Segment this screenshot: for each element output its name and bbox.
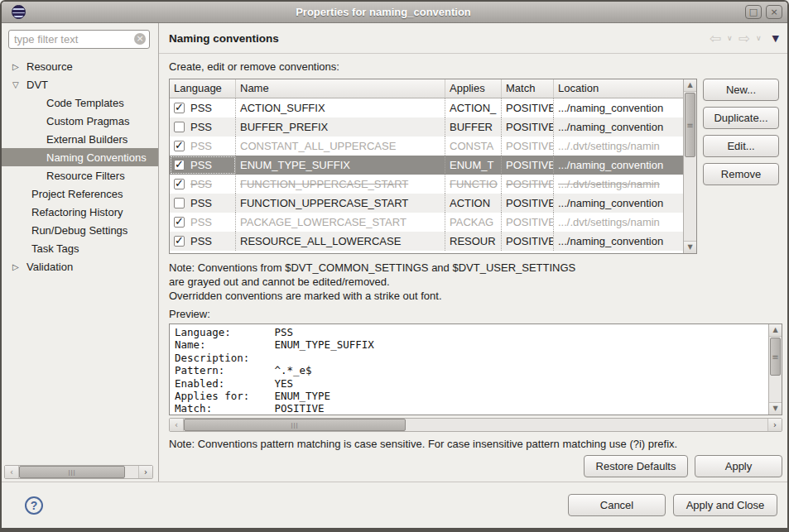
scrollbar-thumb[interactable]: ≡ xyxy=(685,93,695,157)
column-header-applies[interactable]: Applies xyxy=(445,79,502,98)
table-row[interactable]: PSS RESOURCE_ALL_LOWERCASE RESOUR POSITI… xyxy=(170,232,683,251)
tree-item-label: DVT xyxy=(26,79,48,91)
preview-vertical-scrollbar[interactable]: ▲ ≡ ▼ xyxy=(768,324,782,415)
scrollbar-thumb[interactable]: ||| xyxy=(184,419,406,431)
scroll-up-icon[interactable]: ▲ xyxy=(684,79,696,92)
column-header-location[interactable]: Location xyxy=(554,79,683,98)
name-cell: RESOURCE_ALL_LOWERCASE xyxy=(236,232,445,251)
filter-input[interactable] xyxy=(8,30,150,49)
preview-label: Preview: xyxy=(169,308,779,320)
column-header-name[interactable]: Name xyxy=(236,79,445,98)
sidebar-horizontal-scrollbar[interactable]: ‹ ||| › xyxy=(4,465,153,479)
sidebar-tree-item[interactable]: Custom Pragmas xyxy=(2,112,158,130)
match-cell: POSITIVE xyxy=(502,117,554,137)
titlebar[interactable]: Properties for naming_convention □ × xyxy=(2,2,787,23)
tree-expander-icon[interactable]: ▽ xyxy=(12,80,26,89)
filter-box: × xyxy=(8,30,150,49)
table-row[interactable]: PSS FUNCTION_UPPERCASE_START ACTION POSI… xyxy=(170,194,683,213)
preferences-sidebar: × ▷ Resource ▽ DVT Code Templates Custom… xyxy=(2,23,159,482)
sidebar-tree-item[interactable]: Run/Debug Settings xyxy=(2,221,158,239)
table-row[interactable]: PSS FUNCTION_UPPERCASE_START FUNCTIO POS… xyxy=(170,175,683,194)
tree-expander-icon[interactable]: ▷ xyxy=(12,62,26,71)
match-cell: POSITIVE xyxy=(502,175,554,194)
forward-arrow-icon[interactable]: ⇨ xyxy=(738,30,750,46)
scroll-right-icon[interactable]: › xyxy=(138,466,152,478)
match-cell: POSITIVE xyxy=(502,156,554,175)
row-checkbox[interactable] xyxy=(174,141,185,151)
preview-horizontal-scrollbar[interactable]: ‹ ||| › xyxy=(169,418,782,432)
table-row[interactable]: PSS BUFFER_PREFIX BUFFER POSITIVE .../na… xyxy=(170,117,683,137)
scroll-up-icon[interactable]: ▲ xyxy=(769,324,782,337)
restore-defaults-button[interactable]: Restore Defaults xyxy=(584,455,688,477)
sidebar-tree-item[interactable]: External Builders xyxy=(2,130,158,148)
table-zone: LanguageNameAppliesMatchLocation PSS ACT… xyxy=(169,79,779,254)
remove-button[interactable]: Remove xyxy=(703,163,779,185)
column-header-match[interactable]: Match xyxy=(502,79,554,98)
table-row[interactable]: PSS PACKAGE_LOWERCASE_START PACKAG POSIT… xyxy=(170,213,683,232)
location-cell: .../naming_convention xyxy=(554,117,683,137)
language-value: PSS xyxy=(190,216,212,228)
scroll-down-icon[interactable]: ▼ xyxy=(769,402,782,415)
name-cell: FUNCTION_UPPERCASE_START xyxy=(236,175,445,194)
language-cell: PSS xyxy=(170,156,236,175)
tree-item-label: Task Tags xyxy=(31,242,79,255)
scroll-left-icon[interactable]: ‹ xyxy=(5,466,19,478)
sidebar-tree-item[interactable]: Naming Conventions xyxy=(2,148,158,166)
back-arrow-icon[interactable]: ⇦ xyxy=(710,30,721,46)
create-edit-remove-label: Create, edit or remove conventions: xyxy=(169,60,779,73)
help-icon[interactable]: ? xyxy=(25,496,43,515)
sidebar-tree-item[interactable]: ▽ DVT xyxy=(2,75,158,93)
language-value: PSS xyxy=(190,140,212,152)
language-value: PSS xyxy=(190,178,212,190)
sidebar-tree-item[interactable]: ▷ Resource xyxy=(2,57,158,75)
row-checkbox[interactable] xyxy=(174,179,185,189)
window-title: Properties for naming_convention xyxy=(26,6,741,18)
table-row[interactable]: PSS CONSTANT_ALL_UPPERCASE CONSTA POSITI… xyxy=(170,137,683,156)
clear-filter-icon[interactable]: × xyxy=(134,33,146,45)
apply-row: Restore Defaults Apply xyxy=(169,455,782,477)
row-checkbox[interactable] xyxy=(174,160,185,170)
tree-item-label: Custom Pragmas xyxy=(46,115,129,127)
new-button[interactable]: New... xyxy=(703,79,779,101)
match-cell: POSITIVE xyxy=(502,213,554,232)
apply-button[interactable]: Apply xyxy=(695,455,782,477)
table-row[interactable]: PSS ACTION_SUFFIX ACTION_ POSITIVE .../n… xyxy=(170,98,683,117)
close-icon[interactable]: × xyxy=(766,5,782,19)
scrollbar-thumb[interactable]: ||| xyxy=(19,466,125,478)
scroll-right-icon[interactable]: › xyxy=(767,419,782,431)
scroll-left-icon[interactable]: ‹ xyxy=(170,419,184,431)
forward-dropdown-icon[interactable]: ∨ xyxy=(756,34,762,42)
dialog-footer: ? Cancel Apply and Close xyxy=(2,482,787,528)
row-checkbox[interactable] xyxy=(174,122,185,132)
back-dropdown-icon[interactable]: ∨ xyxy=(727,34,733,42)
sidebar-tree-item[interactable]: ▷ Validation xyxy=(2,257,158,276)
grayed-conventions-note: Note: Conventions from $DVT_COMMON_SETTI… xyxy=(169,261,779,303)
edit-button[interactable]: Edit... xyxy=(703,135,779,157)
sidebar-tree-item[interactable]: Task Tags xyxy=(2,239,158,257)
table-row[interactable]: PSS ENUM_TYPE_SUFFIX ENUM_T POSITIVE ...… xyxy=(170,156,683,175)
duplicate-button[interactable]: Duplicate... xyxy=(703,107,779,129)
sidebar-tree-item[interactable]: Resource Filters xyxy=(2,166,158,185)
scroll-down-icon[interactable]: ▼ xyxy=(684,241,696,253)
view-menu-icon[interactable]: ▼ xyxy=(772,33,779,44)
match-cell: POSITIVE xyxy=(502,137,554,156)
cancel-button[interactable]: Cancel xyxy=(568,494,666,516)
row-checkbox[interactable] xyxy=(174,236,185,247)
maximize-icon[interactable]: □ xyxy=(745,5,762,19)
location-cell: .../.dvt/settings/namin xyxy=(554,137,683,156)
row-checkbox[interactable] xyxy=(174,217,185,228)
row-checkbox[interactable] xyxy=(174,198,185,208)
sidebar-tree-item[interactable]: Refactoring History xyxy=(2,203,158,221)
sidebar-tree-item[interactable]: Code Templates xyxy=(2,93,158,112)
column-header-language[interactable]: Language xyxy=(170,79,236,98)
header-separator xyxy=(159,53,787,54)
sidebar-tree-item[interactable]: Project References xyxy=(2,185,158,203)
page-nav-icons: ⇦ ∨ ⇨ ∨ ▼ xyxy=(710,30,779,46)
language-cell: PSS xyxy=(170,194,236,213)
tree-expander-icon[interactable]: ▷ xyxy=(12,262,26,271)
row-checkbox[interactable] xyxy=(174,103,185,113)
table-vertical-scrollbar[interactable]: ▲ ≡ ▼ xyxy=(683,79,696,253)
tree-item-label: Naming Conventions xyxy=(46,151,147,164)
scrollbar-thumb[interactable]: ≡ xyxy=(770,338,781,376)
apply-and-close-button[interactable]: Apply and Close xyxy=(673,494,777,516)
